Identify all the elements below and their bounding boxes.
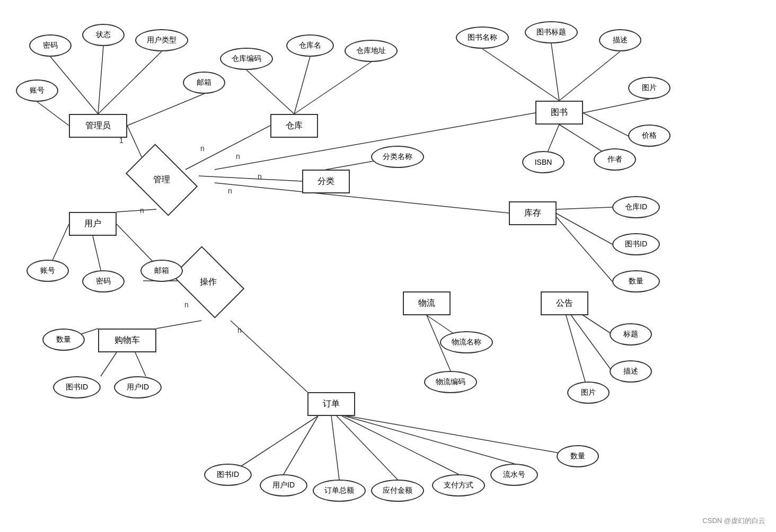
attr-user-pwd: 密码: [82, 270, 125, 292]
attr-order-pay: 应付金额: [371, 480, 424, 502]
attr-book-title: 图书标题: [525, 21, 578, 43]
svg-text:n: n: [200, 144, 205, 153]
attr-inv-qty: 数量: [612, 270, 660, 292]
attr-admin-type: 用户类型: [135, 29, 188, 51]
svg-line-3: [37, 102, 69, 126]
attr-wh-addr: 仓库地址: [345, 40, 398, 62]
svg-line-26: [284, 416, 318, 474]
svg-text:n: n: [236, 152, 240, 161]
attr-order-total: 订单总额: [313, 480, 366, 502]
attr-user-email: 邮箱: [140, 260, 183, 282]
entity-book: 图书: [535, 101, 583, 125]
entity-logistics: 物流: [403, 291, 451, 315]
entity-admin: 管理员: [69, 114, 127, 138]
entity-announcement: 公告: [541, 291, 588, 315]
svg-line-38: [186, 126, 270, 170]
attr-book-img: 图片: [628, 77, 671, 99]
attr-order-method: 支付方式: [432, 474, 485, 496]
attr-ann-title: 标题: [610, 323, 652, 345]
attr-user-account: 账号: [27, 260, 69, 282]
svg-line-1: [98, 46, 103, 114]
attr-inv-bookid: 图书ID: [612, 233, 660, 255]
attr-book-author: 作者: [594, 148, 636, 171]
entity-warehouse: 仓库: [270, 114, 318, 138]
entity-manage: 管理: [133, 160, 191, 200]
svg-line-5: [246, 70, 294, 114]
attr-book-name: 图书名称: [456, 26, 509, 49]
svg-line-2: [98, 51, 162, 114]
attr-order-qty: 数量: [557, 445, 599, 467]
attr-cart-bookid: 图书ID: [53, 376, 101, 398]
svg-line-41: [215, 183, 509, 213]
attr-book-desc: 描述: [599, 29, 641, 51]
entity-operate: 操作: [179, 262, 237, 302]
attr-ann-img: 图片: [567, 382, 610, 404]
svg-line-39: [199, 176, 302, 181]
diagram-container: 1 n n n n n 1 n n 管理员 仓库 图书 分类 库存 用户 购物车…: [0, 0, 776, 532]
attr-log-name: 物流名称: [440, 331, 493, 353]
svg-line-30: [345, 416, 514, 464]
svg-line-44: [156, 321, 201, 329]
svg-line-6: [294, 57, 310, 114]
svg-line-9: [551, 43, 559, 101]
svg-line-36: [565, 310, 588, 393]
svg-line-23: [101, 352, 117, 376]
attr-wh-code: 仓库编码: [220, 48, 273, 70]
attr-wh-name: 仓库名: [286, 34, 334, 57]
svg-line-28: [337, 416, 398, 480]
attr-book-isbn: ISBN: [522, 151, 565, 173]
svg-line-18: [557, 217, 612, 281]
attr-admin-status: 状态: [82, 24, 125, 46]
svg-text:n: n: [237, 326, 242, 334]
svg-line-7: [294, 62, 371, 114]
svg-line-4: [127, 94, 204, 126]
attr-cart-userid: 用户ID: [114, 376, 162, 398]
attr-order-bookid: 图书ID: [204, 464, 252, 486]
svg-line-29: [342, 416, 458, 474]
entity-cart: 购物车: [98, 329, 156, 352]
watermark: CSDN @虚幻的白云: [702, 516, 765, 526]
svg-line-8: [482, 49, 559, 101]
svg-line-31: [347, 416, 578, 456]
attr-admin-pwd: 密码: [29, 34, 72, 57]
svg-line-24: [135, 352, 146, 376]
svg-line-45: [231, 321, 307, 392]
attr-log-code: 物流编码: [424, 371, 477, 393]
svg-line-11: [583, 99, 649, 113]
entity-user: 用户: [69, 212, 117, 236]
attr-order-userid: 用户ID: [260, 474, 307, 496]
svg-line-16: [557, 207, 612, 209]
attr-inv-whid: 仓库ID: [612, 196, 660, 218]
svg-line-0: [50, 57, 98, 114]
attr-ann-desc: 描述: [610, 360, 652, 383]
svg-line-35: [565, 306, 612, 371]
attr-admin-email: 邮箱: [183, 72, 225, 94]
svg-line-42: [117, 209, 156, 212]
svg-text:n: n: [228, 187, 232, 195]
svg-text:n: n: [258, 172, 262, 181]
attr-cat-name: 分类名称: [371, 146, 424, 168]
entity-category: 分类: [302, 170, 350, 193]
svg-line-10: [559, 51, 620, 101]
svg-line-17: [557, 214, 612, 244]
entity-inventory: 库存: [509, 201, 557, 225]
svg-text:n: n: [140, 206, 144, 215]
attr-cart-qty: 数量: [42, 329, 85, 351]
attr-admin-account: 账号: [16, 79, 58, 102]
entity-order: 订单: [307, 392, 355, 416]
attr-book-price: 价格: [628, 125, 671, 147]
attr-order-sn: 流水号: [490, 464, 538, 486]
svg-line-27: [331, 416, 339, 480]
